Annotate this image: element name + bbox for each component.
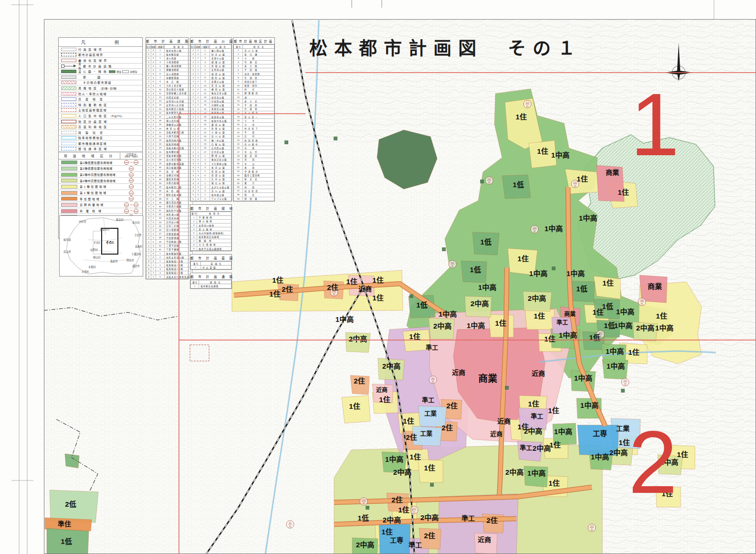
table-col-header: 緑 地 名 bbox=[197, 212, 231, 215]
table-row: 3424松原団地線 bbox=[147, 142, 193, 146]
inset-place-label: 朝日村 bbox=[93, 256, 101, 259]
zone-label: 1住 bbox=[495, 319, 506, 327]
table-row: 2211横 田 公 園 bbox=[191, 87, 231, 91]
ratio-symbol: 20060 bbox=[531, 225, 538, 233]
zone-color-swatch bbox=[61, 209, 77, 213]
svg-text:60: 60 bbox=[333, 293, 336, 296]
zone-label: 近商 bbox=[358, 285, 372, 293]
small-park-square bbox=[480, 180, 484, 183]
table-row: 20小 宮 bbox=[234, 123, 274, 127]
sheet-number: 1 bbox=[630, 75, 680, 174]
small-park-square bbox=[334, 137, 337, 140]
table-row: 368本 庄 線 bbox=[147, 80, 193, 84]
table-row: 3525南松本駅石芝線 bbox=[147, 146, 193, 150]
planning-table: 都 市 計 画 墓 園番 号墓 園 名1中 山 墓 園 bbox=[190, 254, 232, 270]
table-row: 19下 平 bbox=[234, 119, 274, 123]
legend-item-label: 都市機能誘導区域 bbox=[78, 141, 107, 146]
districts-table-column: 都市計画地区計画番 号地 区 名1芳 川 小 屋2寿 白 瀬3小 屋4竹 渕 北… bbox=[233, 37, 275, 204]
zone-color-swatch bbox=[61, 167, 77, 170]
table-row: 35東 方 bbox=[234, 181, 274, 185]
zone-label: 1中高 bbox=[529, 269, 547, 277]
table-row: 354蟻ヶ崎浅間線 bbox=[147, 64, 193, 68]
zone-ratio-symbol bbox=[120, 166, 142, 171]
index-line bbox=[179, 340, 756, 341]
table-row: 5丸の内緑地(総堀緑地) bbox=[191, 231, 231, 235]
zone-label: 工専 bbox=[390, 536, 403, 544]
zone-label: 近商 bbox=[452, 369, 465, 376]
ratio-symbol: 20060 bbox=[410, 506, 418, 514]
inset-place-label: 岐阜県 bbox=[63, 238, 71, 242]
table-row: 4竹 渕 北 bbox=[234, 60, 274, 64]
table-row: 3444庄内出川線 bbox=[147, 220, 193, 224]
table-col-header: 番 号 bbox=[191, 262, 201, 266]
table-row: 334島 内 公 園 bbox=[191, 166, 231, 170]
s-kinou-icon bbox=[61, 142, 76, 145]
table-row: 15平 田 西 bbox=[234, 103, 274, 107]
table-row: 2216南原北公園 bbox=[191, 107, 231, 111]
legend-item: 行 政 区 域 界 bbox=[59, 47, 142, 53]
table-row: 3427南松本駅前線 bbox=[147, 154, 193, 158]
planning-table: 都市計画地区計画番 号地 区 名1芳 川 小 屋2寿 白 瀬3小 屋4竹 渕 北… bbox=[233, 37, 275, 202]
table-row: 3636本 町 線 bbox=[147, 189, 193, 193]
zone-label: 2中高 bbox=[505, 468, 524, 476]
zone-ratio-symbol bbox=[120, 178, 142, 183]
legend-item: 土地区画整理区域 bbox=[59, 108, 142, 114]
table-row: 221蟻ヶ崎公園 bbox=[191, 49, 231, 53]
ratio-symbol: 8060 bbox=[286, 521, 294, 528]
s-kukaku-icon bbox=[61, 108, 76, 112]
legend-item-label: 行 政 区 域 界 bbox=[78, 47, 102, 52]
svg-text:200: 200 bbox=[623, 380, 627, 382]
index-line bbox=[305, 72, 756, 73]
table-row: 3315松本駅北小松線 bbox=[147, 107, 193, 111]
table-title: 都 市 計 画 通 路 bbox=[190, 273, 231, 280]
legend-item-label: 防火・準防火地域 bbox=[78, 92, 107, 96]
zone-label: 1住 bbox=[548, 479, 559, 487]
table-row: 3小 屋 bbox=[234, 56, 274, 60]
svg-text:60: 60 bbox=[289, 525, 292, 528]
zone-label: 1住 bbox=[602, 279, 613, 287]
table-col-header: 区分 bbox=[191, 45, 196, 49]
table-row: 14寿 小 赤 bbox=[234, 99, 274, 103]
table-row: 3549平田駅東口線 bbox=[147, 240, 193, 244]
table-row: 366出川浅間線 bbox=[147, 72, 193, 76]
svg-text:80: 80 bbox=[640, 303, 643, 305]
table-row: 3435松本駅西口線 bbox=[147, 185, 193, 189]
s-fire-icon bbox=[61, 92, 76, 96]
legend-title: 凡 例 bbox=[59, 38, 142, 47]
table-row: 2219松原中央公園 bbox=[191, 119, 231, 123]
table-row: 441城 山 公 園 bbox=[191, 181, 231, 185]
parks-table-column: 都 市 計 画 公 園区分規模一連番号公 園 名221蟻ヶ崎公園222村 井 公… bbox=[190, 37, 232, 292]
table-row: 141松本糸魚川線 bbox=[147, 49, 193, 53]
s-road-icon bbox=[61, 64, 76, 68]
zone-label: 1住 bbox=[537, 147, 548, 155]
zone-label: 準工 bbox=[422, 396, 434, 404]
zoning-legend-row: 第 1 種 住 居 地 域 bbox=[59, 184, 142, 190]
zone-label-text: 第 1 種 住 居 地 域 bbox=[80, 184, 120, 189]
table-row: 3426松本郷村線 bbox=[147, 150, 193, 154]
table-row: 31青 島 bbox=[234, 166, 274, 170]
zone-label: 商業 bbox=[606, 169, 620, 176]
legend-item-label: 高 度 地 区 bbox=[78, 97, 104, 101]
legend-items: 行 政 区 域 界都市計画区域界市 街 化 区 域 界都 市 計 画 道 路公 … bbox=[59, 47, 142, 152]
table-row: 3434中条白板線 bbox=[147, 181, 193, 185]
table-row: 5寿 小 路 bbox=[234, 64, 274, 68]
inset-place-label: 岡谷市 bbox=[126, 258, 134, 262]
page-title: 松本都市計画図 その１ bbox=[309, 33, 582, 60]
legend-item-label: 風 致 地 区 bbox=[78, 86, 97, 90]
table-row: 3530南白板鎌田線 bbox=[147, 166, 193, 170]
table-row: 2218松原南公園 bbox=[191, 115, 231, 118]
table-row: 347本郷野溝線 bbox=[147, 76, 193, 80]
table-row: 361松本駅前線 bbox=[147, 53, 193, 56]
s-tokubetsu-icon bbox=[61, 103, 76, 107]
legend-item: 都 市 計 画 道 路 bbox=[59, 64, 142, 69]
svg-text:300: 300 bbox=[431, 377, 435, 380]
table-row: 3518薄川北岸線 bbox=[147, 119, 193, 123]
zone-label: 1住 bbox=[515, 113, 526, 121]
zone-ratio-symbol: 〜 bbox=[120, 202, 142, 207]
legend-item-label: 人 口 集 中 地 区 bbox=[78, 114, 107, 118]
zone-label-text: 第 2 種 住 居 地 域 bbox=[80, 191, 120, 195]
inset-place-label: 上田市 bbox=[134, 233, 142, 237]
small-park-square bbox=[621, 389, 625, 393]
svg-text:60: 60 bbox=[413, 511, 416, 513]
zone-label: 1中高 bbox=[655, 324, 673, 332]
